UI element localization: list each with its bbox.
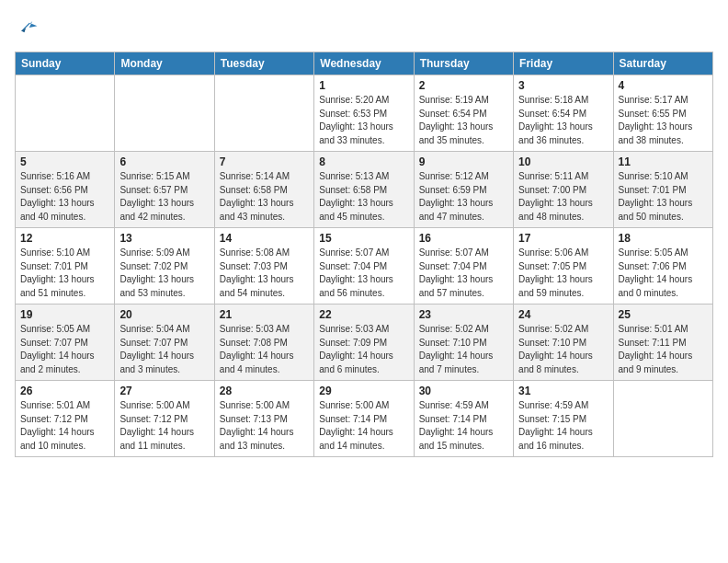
calendar-cell: 10Sunrise: 5:11 AM Sunset: 7:00 PM Dayli… <box>514 152 613 228</box>
svg-marker-1 <box>21 28 26 32</box>
calendar-cell: 30Sunrise: 4:59 AM Sunset: 7:14 PM Dayli… <box>414 381 513 457</box>
calendar-cell: 9Sunrise: 5:12 AM Sunset: 6:59 PM Daylig… <box>414 152 513 228</box>
weekday-header-friday: Friday <box>514 52 613 75</box>
calendar-cell: 27Sunrise: 5:00 AM Sunset: 7:12 PM Dayli… <box>115 381 214 457</box>
day-number: 22 <box>319 308 408 321</box>
calendar-cell: 18Sunrise: 5:05 AM Sunset: 7:06 PM Dayli… <box>613 228 712 304</box>
day-number: 31 <box>518 385 608 397</box>
calendar-cell <box>16 75 115 152</box>
day-info: Sunrise: 5:10 AM Sunset: 7:01 PM Dayligh… <box>20 247 109 300</box>
day-info: Sunrise: 5:18 AM Sunset: 6:54 PM Dayligh… <box>518 94 608 147</box>
calendar-cell <box>115 75 214 152</box>
calendar-cell: 25Sunrise: 5:01 AM Sunset: 7:11 PM Dayli… <box>613 304 712 381</box>
calendar-cell: 24Sunrise: 5:02 AM Sunset: 7:10 PM Dayli… <box>514 304 613 381</box>
calendar-cell: 3Sunrise: 5:18 AM Sunset: 6:54 PM Daylig… <box>514 75 613 152</box>
day-info: Sunrise: 5:06 AM Sunset: 7:05 PM Dayligh… <box>518 247 608 300</box>
day-info: Sunrise: 5:00 AM Sunset: 7:12 PM Dayligh… <box>119 399 209 453</box>
day-number: 24 <box>518 308 608 321</box>
calendar-cell: 26Sunrise: 5:01 AM Sunset: 7:12 PM Dayli… <box>16 381 115 457</box>
calendar-cell: 19Sunrise: 5:05 AM Sunset: 7:07 PM Dayli… <box>16 304 115 381</box>
day-number: 11 <box>619 155 708 168</box>
weekday-header-thursday: Thursday <box>414 52 513 75</box>
calendar-cell: 1Sunrise: 5:20 AM Sunset: 6:53 PM Daylig… <box>314 75 414 152</box>
day-number: 28 <box>220 385 309 397</box>
day-info: Sunrise: 4:59 AM Sunset: 7:15 PM Dayligh… <box>518 399 608 453</box>
day-info: Sunrise: 5:08 AM Sunset: 7:03 PM Dayligh… <box>220 247 309 300</box>
day-info: Sunrise: 4:59 AM Sunset: 7:14 PM Dayligh… <box>419 399 508 453</box>
day-info: Sunrise: 5:04 AM Sunset: 7:07 PM Dayligh… <box>119 323 209 376</box>
calendar-cell: 12Sunrise: 5:10 AM Sunset: 7:01 PM Dayli… <box>16 228 115 304</box>
day-info: Sunrise: 5:20 AM Sunset: 6:53 PM Dayligh… <box>319 94 408 147</box>
day-info: Sunrise: 5:00 AM Sunset: 7:13 PM Dayligh… <box>220 399 309 453</box>
day-number: 18 <box>619 232 708 245</box>
day-number: 30 <box>419 385 508 397</box>
day-info: Sunrise: 5:01 AM Sunset: 7:12 PM Dayligh… <box>20 399 109 453</box>
calendar-cell: 7Sunrise: 5:14 AM Sunset: 6:58 PM Daylig… <box>214 152 313 228</box>
calendar-week-3: 12Sunrise: 5:10 AM Sunset: 7:01 PM Dayli… <box>16 228 713 304</box>
calendar-cell: 21Sunrise: 5:03 AM Sunset: 7:08 PM Dayli… <box>214 304 313 381</box>
day-info: Sunrise: 5:15 AM Sunset: 6:57 PM Dayligh… <box>119 170 209 224</box>
calendar-cell <box>613 381 712 457</box>
day-number: 10 <box>518 155 608 168</box>
page-header <box>15 15 713 40</box>
day-info: Sunrise: 5:01 AM Sunset: 7:11 PM Dayligh… <box>619 323 708 376</box>
day-number: 15 <box>319 232 408 245</box>
day-info: Sunrise: 5:09 AM Sunset: 7:02 PM Dayligh… <box>119 247 209 300</box>
day-info: Sunrise: 5:05 AM Sunset: 7:07 PM Dayligh… <box>20 323 109 376</box>
weekday-header-monday: Monday <box>115 52 214 75</box>
calendar-cell: 31Sunrise: 4:59 AM Sunset: 7:15 PM Dayli… <box>514 381 613 457</box>
weekday-header-saturday: Saturday <box>613 52 712 75</box>
logo <box>15 15 44 40</box>
day-number: 23 <box>419 308 508 321</box>
day-info: Sunrise: 5:13 AM Sunset: 6:58 PM Dayligh… <box>319 170 408 224</box>
calendar-cell: 14Sunrise: 5:08 AM Sunset: 7:03 PM Dayli… <box>214 228 313 304</box>
day-number: 25 <box>619 308 708 321</box>
calendar-cell: 15Sunrise: 5:07 AM Sunset: 7:04 PM Dayli… <box>314 228 414 304</box>
calendar-cell: 5Sunrise: 5:16 AM Sunset: 6:56 PM Daylig… <box>16 152 115 228</box>
day-info: Sunrise: 5:19 AM Sunset: 6:54 PM Dayligh… <box>419 94 508 147</box>
day-number: 29 <box>319 385 408 397</box>
day-number: 8 <box>319 155 408 168</box>
calendar-cell: 6Sunrise: 5:15 AM Sunset: 6:57 PM Daylig… <box>115 152 214 228</box>
day-number: 27 <box>119 385 209 397</box>
calendar-cell: 29Sunrise: 5:00 AM Sunset: 7:14 PM Dayli… <box>314 381 414 457</box>
day-info: Sunrise: 5:03 AM Sunset: 7:09 PM Dayligh… <box>319 323 408 376</box>
day-number: 12 <box>20 232 109 245</box>
day-number: 26 <box>20 385 109 397</box>
day-number: 21 <box>220 308 309 321</box>
calendar-cell: 13Sunrise: 5:09 AM Sunset: 7:02 PM Dayli… <box>115 228 214 304</box>
day-info: Sunrise: 5:07 AM Sunset: 7:04 PM Dayligh… <box>419 247 508 300</box>
calendar-cell: 20Sunrise: 5:04 AM Sunset: 7:07 PM Dayli… <box>115 304 214 381</box>
day-info: Sunrise: 5:02 AM Sunset: 7:10 PM Dayligh… <box>518 323 608 376</box>
day-info: Sunrise: 5:00 AM Sunset: 7:14 PM Dayligh… <box>319 399 408 453</box>
day-number: 13 <box>119 232 209 245</box>
day-info: Sunrise: 5:05 AM Sunset: 7:06 PM Dayligh… <box>619 247 708 300</box>
calendar-week-4: 19Sunrise: 5:05 AM Sunset: 7:07 PM Dayli… <box>16 304 713 381</box>
calendar-table: SundayMondayTuesdayWednesdayThursdayFrid… <box>15 52 713 457</box>
day-info: Sunrise: 5:10 AM Sunset: 7:01 PM Dayligh… <box>619 170 708 224</box>
day-info: Sunrise: 5:17 AM Sunset: 6:55 PM Dayligh… <box>619 94 708 147</box>
logo-icon <box>15 15 40 40</box>
day-number: 20 <box>119 308 209 321</box>
calendar-week-2: 5Sunrise: 5:16 AM Sunset: 6:56 PM Daylig… <box>16 152 713 228</box>
calendar-week-5: 26Sunrise: 5:01 AM Sunset: 7:12 PM Dayli… <box>16 381 713 457</box>
day-number: 14 <box>220 232 309 245</box>
calendar-week-1: 1Sunrise: 5:20 AM Sunset: 6:53 PM Daylig… <box>16 75 713 152</box>
weekday-header-wednesday: Wednesday <box>314 52 414 75</box>
weekday-header-sunday: Sunday <box>16 52 115 75</box>
day-info: Sunrise: 5:03 AM Sunset: 7:08 PM Dayligh… <box>220 323 309 376</box>
day-number: 4 <box>619 79 708 92</box>
calendar-cell: 23Sunrise: 5:02 AM Sunset: 7:10 PM Dayli… <box>414 304 513 381</box>
day-number: 17 <box>518 232 608 245</box>
day-info: Sunrise: 5:02 AM Sunset: 7:10 PM Dayligh… <box>419 323 508 376</box>
calendar-cell: 4Sunrise: 5:17 AM Sunset: 6:55 PM Daylig… <box>613 75 712 152</box>
calendar-cell: 11Sunrise: 5:10 AM Sunset: 7:01 PM Dayli… <box>613 152 712 228</box>
day-number: 7 <box>220 155 309 168</box>
day-number: 6 <box>119 155 209 168</box>
weekday-header-tuesday: Tuesday <box>214 52 313 75</box>
day-number: 2 <box>419 79 508 92</box>
day-number: 9 <box>419 155 508 168</box>
calendar-cell: 28Sunrise: 5:00 AM Sunset: 7:13 PM Dayli… <box>214 381 313 457</box>
calendar-cell <box>214 75 313 152</box>
day-number: 5 <box>20 155 109 168</box>
